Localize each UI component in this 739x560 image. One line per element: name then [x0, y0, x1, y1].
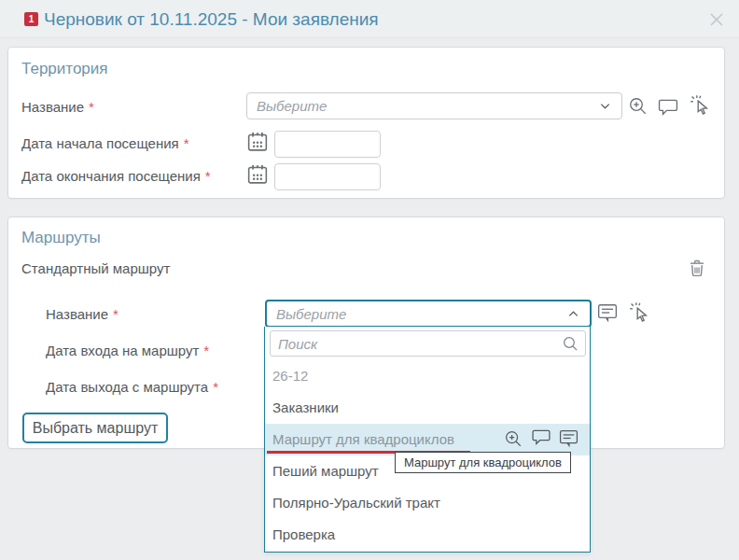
required-mark: * [89, 99, 94, 115]
note-icon[interactable] [597, 303, 618, 322]
territory-date-end-label: Дата окончания посещения* [21, 168, 211, 184]
route-date-in-label: Дата входа на маршрут* [46, 343, 209, 358]
window-titlebar: 1 Черновик от 10.11.2025 - Мои заявления [0, 0, 739, 38]
territory-name-placeholder: Выберите [257, 98, 598, 114]
comment-icon[interactable] [531, 429, 551, 449]
dropdown-item[interactable]: Полярно-Уральский тракт [265, 487, 590, 519]
routes-subheading: Стандартный маршрут [21, 260, 170, 276]
territory-name-select[interactable]: Выберите [246, 92, 622, 119]
search-icon [562, 335, 579, 353]
route-name-placeholder: Выберите [276, 306, 566, 322]
dropdown-item[interactable]: Заказники [265, 392, 590, 424]
route-date-out-label: Дата выхода с маршрута* [46, 379, 218, 395]
note-icon[interactable] [559, 429, 579, 449]
territory-date-start-label-text: Дата начала посещения [21, 135, 179, 151]
zoom-in-icon[interactable] [504, 429, 523, 449]
dropdown-item-label: Маршрут для квадроциклов [272, 431, 454, 447]
required-mark: * [203, 343, 209, 358]
dropdown-item-highlighted[interactable]: Маршрут для квадроциклов [265, 424, 590, 455]
route-name-select[interactable]: Выберите [265, 300, 592, 328]
territory-section: Территория Название* Выберите Дата начал… [7, 47, 725, 199]
close-icon[interactable] [707, 10, 726, 29]
route-select-dropdown: 26-12 Заказники Маршрут для квадроциклов [264, 327, 591, 553]
cursor-click-icon[interactable] [629, 301, 650, 323]
comment-icon[interactable] [657, 99, 679, 116]
routes-heading: Маршруты [21, 229, 101, 247]
select-route-button[interactable]: Выбрать маршрут [22, 413, 168, 443]
zoom-in-icon[interactable] [628, 96, 648, 117]
route-name-label: Название* [46, 306, 119, 322]
calendar-icon[interactable] [246, 163, 269, 186]
chevron-down-icon [598, 99, 612, 113]
trash-icon[interactable] [687, 258, 707, 278]
territory-date-start-input[interactable] [274, 131, 381, 158]
required-mark: * [213, 379, 218, 395]
territory-date-end-label-text: Дата окончания посещения [21, 168, 201, 184]
territory-heading: Территория [21, 60, 108, 78]
dropdown-item[interactable]: Проверка [265, 519, 590, 551]
territory-date-start-label: Дата начала посещения* [21, 135, 189, 151]
route-name-label-text: Название [46, 306, 108, 322]
territory-name-label-text: Название [21, 99, 84, 115]
required-mark: * [184, 135, 189, 151]
draft-window: 1 Черновик от 10.11.2025 - Мои заявления… [0, 0, 739, 560]
calendar-icon[interactable] [246, 131, 269, 153]
chevron-up-icon [566, 307, 580, 321]
route-tooltip: Маршрут для квадроциклов [395, 452, 571, 473]
draft-badge: 1 [24, 12, 38, 26]
dropdown-item[interactable]: 26-12 [265, 360, 590, 392]
window-title: Черновик от 10.11.2025 - Мои заявления [44, 0, 379, 38]
required-mark: * [205, 168, 211, 184]
required-mark: * [113, 306, 119, 322]
cursor-click-icon[interactable] [690, 94, 711, 116]
route-date-out-label-text: Дата выхода с маршрута [46, 379, 208, 395]
route-date-in-label-text: Дата входа на маршрут [46, 343, 199, 358]
territory-date-end-input[interactable] [274, 163, 381, 190]
territory-name-label: Название* [21, 99, 94, 115]
dropdown-search-input[interactable] [278, 336, 562, 352]
dropdown-search[interactable] [270, 330, 586, 357]
dropdown-item-actions [504, 429, 579, 449]
